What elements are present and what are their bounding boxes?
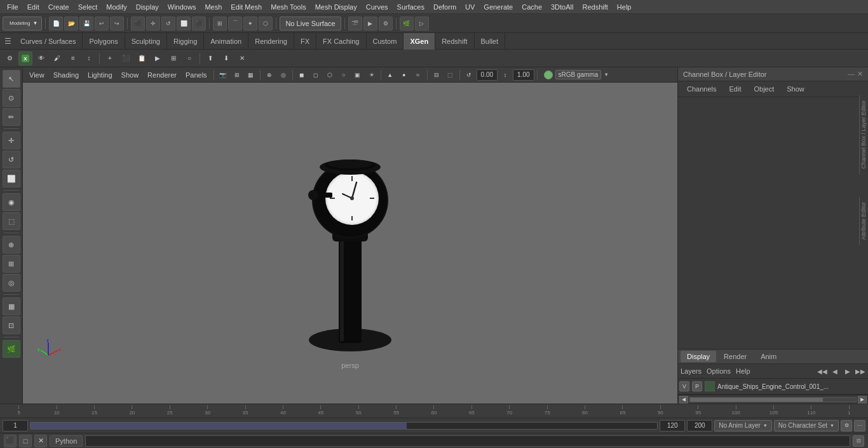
scroll-track[interactable] <box>689 397 857 402</box>
layer-icon-btn-4[interactable]: ▶▶ <box>855 366 865 376</box>
tab-bullet[interactable]: Bullet <box>475 33 506 50</box>
workspace-dropdown[interactable]: Modeling ▼ <box>3 17 42 31</box>
layer-visibility-button[interactable]: V <box>679 381 689 391</box>
tab-custom[interactable]: Custom <box>367 33 404 50</box>
tab-display[interactable]: Display <box>681 351 716 362</box>
move-tool-button[interactable]: ✛ <box>146 17 160 31</box>
vp-menu-show[interactable]: Show <box>118 70 143 80</box>
vp-wire-btn[interactable]: ◻ <box>309 69 322 81</box>
menu-edit-mesh[interactable]: Edit Mesh <box>226 2 266 12</box>
tab-fx-caching[interactable]: FX Caching <box>316 33 366 50</box>
xray-button[interactable]: ⊡ <box>3 316 20 334</box>
more-tools-button[interactable]: ▷ <box>415 17 429 31</box>
live-surface-button[interactable]: No Live Surface <box>280 17 341 31</box>
python-label[interactable]: Python <box>50 435 83 447</box>
snap-surface-button[interactable]: ⬡ <box>259 17 273 31</box>
tab-anim[interactable]: Anim <box>754 351 783 362</box>
layer-icon-btn-1[interactable]: ◀◀ <box>817 366 827 376</box>
shelf-settings[interactable]: ⚙ <box>3 51 17 65</box>
move-tool-left[interactable]: ✛ <box>3 132 20 149</box>
channel-box-side-tab[interactable]: Channel Box / Layer Editor <box>860 98 867 172</box>
transform-tool-button[interactable]: ⬛ <box>192 17 206 31</box>
layers-tab-layers[interactable]: Layers <box>681 367 702 375</box>
no-anim-layer-dropdown[interactable]: No Anim Layer <box>714 420 772 431</box>
vp-ao-btn[interactable]: ● <box>398 69 410 81</box>
viewport-canvas[interactable]: x y z persp <box>23 83 677 388</box>
shelf-trash-btn[interactable]: ✕ <box>235 51 249 65</box>
ipr-button[interactable]: ▶ <box>363 17 377 31</box>
menu-uv[interactable]: UV <box>461 2 479 12</box>
channel-box-minimize[interactable]: — <box>848 70 855 78</box>
rotate-tool-button[interactable]: ↺ <box>161 17 175 31</box>
attribute-editor-side-tab[interactable]: Attribute Editor <box>860 200 867 243</box>
scroll-thumb[interactable] <box>690 398 823 402</box>
anim-settings-button[interactable]: ⚙ <box>841 420 852 431</box>
scroll-left-arrow[interactable]: ◀ <box>679 396 688 404</box>
vp-cam-btn[interactable]: 📷 <box>217 69 229 81</box>
tab-rigging[interactable]: Rigging <box>167 33 204 50</box>
cb-tab-edit[interactable]: Edit <box>725 84 745 94</box>
end-frame-field[interactable]: 120 <box>660 420 685 431</box>
vp-aa-btn[interactable]: ≈ <box>412 69 424 81</box>
color-profile-dropdown[interactable]: sRGB gamma <box>555 70 602 79</box>
save-file-button[interactable]: 💾 <box>79 17 93 31</box>
xgen-tool-button[interactable]: 🌿 <box>3 340 20 358</box>
menu-mesh-display[interactable]: Mesh Display <box>311 2 362 12</box>
vp-texture-btn[interactable]: ▣ <box>351 69 364 81</box>
shelf-render-btn[interactable]: ▶ <box>151 51 165 65</box>
vp-menu-shading[interactable]: Shading <box>50 70 83 80</box>
vp-smooth-btn[interactable]: ○ <box>337 69 350 81</box>
xgen-button[interactable]: 🌿 <box>400 17 414 31</box>
menu-3dto-all[interactable]: 3DtoAll <box>546 2 578 12</box>
vp-menu-renderer[interactable]: Renderer <box>144 70 180 80</box>
tab-curves-surfaces[interactable]: Curves / Surfaces <box>14 33 83 50</box>
shelf-create-desc[interactable]: + <box>103 51 117 65</box>
menu-generate[interactable]: Generate <box>479 2 517 12</box>
vp-xray-btn[interactable]: ⬡ <box>323 69 336 81</box>
marquee-button[interactable]: ⬚ <box>3 212 20 230</box>
menu-windows[interactable]: Windows <box>163 2 201 12</box>
shelf-layer-btn[interactable]: 📋 <box>135 51 149 65</box>
bottom-icon-1[interactable]: ⬛ <box>4 435 17 447</box>
vp-isolate-btn[interactable]: ◎ <box>277 69 290 81</box>
shelf-cube-btn[interactable]: ⬛ <box>119 51 133 65</box>
vp-gate-btn[interactable]: ⬚ <box>444 69 457 81</box>
script-input[interactable] <box>85 435 850 447</box>
tab-xgen[interactable]: XGen <box>403 33 435 50</box>
shelf-down-btn[interactable]: ⬇ <box>219 51 233 65</box>
menu-cache[interactable]: Cache <box>517 2 546 12</box>
tab-polygons[interactable]: Polygons <box>83 33 125 50</box>
new-file-button[interactable]: 📄 <box>49 17 63 31</box>
cb-tab-channels[interactable]: Channels <box>683 84 720 94</box>
vp-menu-panels[interactable]: Panels <box>182 70 211 80</box>
snap-curve-button[interactable]: ⌒ <box>228 17 242 31</box>
paint-select-button[interactable]: ✏ <box>3 108 20 126</box>
tab-animation[interactable]: Animation <box>204 33 248 50</box>
layer-icon-btn-2[interactable]: ◀ <box>830 366 840 376</box>
vp-menu-view[interactable]: View <box>25 70 48 80</box>
scale-tool-left[interactable]: ⬜ <box>3 170 20 187</box>
shelf-grid-btn[interactable]: ⊞ <box>166 51 180 65</box>
layers-tab-help[interactable]: Help <box>736 367 750 375</box>
menu-surfaces[interactable]: Surfaces <box>393 2 429 12</box>
channel-box-close[interactable]: ✕ <box>857 70 863 78</box>
color-profile-selector[interactable]: sRGB gamma ▼ <box>540 70 613 79</box>
bottom-close[interactable]: ✕ <box>34 435 47 447</box>
render-button[interactable]: 🎬 <box>348 17 362 31</box>
group-button[interactable]: ⊞ <box>3 255 20 273</box>
soft-select-button[interactable]: ◉ <box>3 193 20 211</box>
select-arrow-button[interactable]: ↖ <box>3 70 20 88</box>
layer-icon-btn-3[interactable]: ▶ <box>843 366 853 376</box>
no-character-set-dropdown[interactable]: No Character Set <box>774 420 839 431</box>
rotate-tool-left[interactable]: ↺ <box>3 151 20 168</box>
shelf-xgen-icon[interactable]: X <box>18 51 32 65</box>
vp-hud-btn[interactable]: ⊟ <box>430 69 443 81</box>
vp-shadow-btn[interactable]: ▲ <box>384 69 397 81</box>
start-frame-field[interactable]: 1 <box>3 420 28 431</box>
cb-tab-object[interactable]: Object <box>750 84 778 94</box>
script-execute-button[interactable]: ⊡ <box>853 435 864 447</box>
render-settings-button[interactable]: ⚙ <box>379 17 393 31</box>
show-hide-button[interactable]: ⊕ <box>3 236 20 254</box>
timeline[interactable]: 5 10 15 20 25 30 35 40 45 50 55 60 65 70… <box>0 404 868 417</box>
max-end-field[interactable]: 200 <box>687 420 712 431</box>
